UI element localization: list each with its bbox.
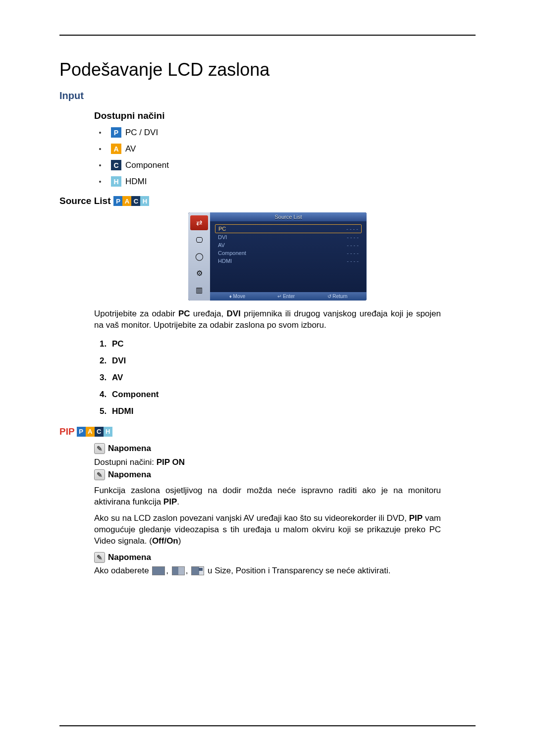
- osd-row-val: - - - -: [347, 242, 359, 248]
- note-icon: ✎: [94, 443, 105, 454]
- osd-picture-icon: 🖵: [190, 232, 208, 247]
- bullet-icon: [99, 164, 101, 166]
- layout-pip-icon: [191, 566, 204, 575]
- tag-row: P A C H: [113, 196, 149, 206]
- note-label: Napomena: [108, 470, 151, 480]
- pip-modes-line: Dostupni načini: PIP ON: [94, 457, 441, 468]
- osd-row-name: HDMI: [218, 258, 232, 264]
- pip-heading: PIP P A C H: [59, 426, 485, 437]
- osd-row-val: - - - -: [347, 258, 359, 264]
- tag-p-icon: P: [77, 427, 86, 437]
- list-item: Component: [109, 390, 485, 400]
- osd-row-dvi: DVI - - - -: [215, 233, 362, 241]
- pip-label: PIP: [59, 426, 75, 437]
- note-icon: ✎: [94, 552, 105, 563]
- tag-a-icon: A: [86, 427, 95, 437]
- tag-p-icon: P: [111, 127, 121, 138]
- section-input-heading: Input: [59, 90, 485, 101]
- note-label: Napomena: [108, 444, 151, 454]
- list-item: DVI: [109, 356, 485, 366]
- osd-row-name: PC: [218, 226, 226, 232]
- mode-label: PC / DVI: [125, 128, 158, 138]
- osd-footer: ♦ Move ↵ Enter ↺ Return: [210, 292, 367, 301]
- mode-item-hdmi: H HDMI: [99, 176, 485, 187]
- source-description: Upotrijebite za odabir PC uređaja, DVI p…: [94, 308, 441, 331]
- top-rule: [59, 35, 476, 36]
- list-item: AV: [109, 373, 485, 383]
- osd-input-icon: ⇄: [190, 215, 208, 230]
- note-row: ✎ Napomena: [94, 552, 485, 563]
- pip-description: Ako su na LCD zaslon povezani vanjski AV…: [94, 513, 441, 547]
- modes-list: P PC / DVI A AV C Component H HDMI: [99, 127, 485, 187]
- mode-item-av: A AV: [99, 144, 485, 154]
- note-label: Napomena: [108, 553, 151, 562]
- tag-row: P A C H: [77, 427, 112, 437]
- osd-row-component: Component - - - -: [215, 249, 362, 257]
- osd-row-name: AV: [218, 242, 225, 248]
- source-list-label: Source List: [59, 196, 110, 206]
- osd-move-hint: ♦ Move: [229, 294, 245, 299]
- tag-c-icon: C: [111, 160, 121, 170]
- tag-a-icon: A: [111, 144, 121, 154]
- osd-return-hint: ↺ Return: [327, 294, 348, 299]
- osd-setup-icon: ⚙: [190, 266, 208, 281]
- osd-row-av: AV - - - -: [215, 241, 362, 249]
- source-list-heading: Source List P A C H: [59, 196, 485, 206]
- page-title: Podešavanje LCD zaslona: [59, 59, 485, 80]
- bullet-icon: [99, 132, 101, 134]
- tag-h-icon: H: [111, 176, 121, 187]
- note-row: ✎ Napomena: [94, 469, 485, 480]
- tag-h-icon: H: [104, 427, 112, 437]
- mode-item-component: C Component: [99, 160, 485, 170]
- bullet-icon: [99, 148, 101, 150]
- osd-title: Source List: [210, 212, 367, 221]
- mode-label: AV: [125, 144, 136, 154]
- mode-item-pc: P PC / DVI: [99, 127, 485, 138]
- osd-screenshot: ⇄ 🖵 ◯ ⚙ ▥ Source List PC - - - - DVI - -…: [188, 212, 485, 301]
- osd-row-name: Component: [218, 250, 246, 256]
- list-item: PC: [109, 339, 485, 349]
- osd-multi-icon: ▥: [190, 283, 208, 298]
- osd-sidebar: ⇄ 🖵 ◯ ⚙ ▥: [188, 212, 210, 301]
- tag-c-icon: C: [95, 427, 104, 437]
- osd-row-name: DVI: [218, 234, 227, 240]
- osd-enter-hint: ↵ Enter: [277, 294, 295, 299]
- mode-label: HDMI: [125, 177, 147, 187]
- tag-p-icon: P: [113, 196, 122, 206]
- tag-h-icon: H: [140, 196, 149, 206]
- tag-a-icon: A: [122, 196, 131, 206]
- note-icon: ✎: [94, 469, 105, 480]
- pip-warning: Funkcija zaslona osjetljivog na dodir mo…: [94, 485, 441, 508]
- modes-heading: Dostupni načini: [94, 110, 485, 121]
- mode-label: Component: [125, 160, 169, 170]
- layout-full-icon: [152, 566, 165, 575]
- numbered-source-list: PC DVI AV Component HDMI: [109, 339, 485, 416]
- osd-row-hdmi: HDMI - - - -: [215, 257, 362, 265]
- osd-sound-icon: ◯: [190, 249, 208, 264]
- osd-row-val: - - - -: [347, 250, 359, 256]
- osd-row-pc: PC - - - -: [215, 224, 362, 233]
- bullet-icon: [99, 181, 101, 183]
- note-row: ✎ Napomena: [94, 443, 485, 454]
- size-position-line: Ako odaberete , , u Size, Position i Tra…: [94, 566, 441, 576]
- osd-row-val: - - - -: [347, 234, 359, 240]
- list-item: HDMI: [109, 406, 485, 416]
- layout-half-icon: [172, 566, 185, 575]
- osd-row-val: - - - -: [346, 226, 358, 232]
- tag-c-icon: C: [131, 196, 140, 206]
- bottom-rule: [59, 725, 476, 726]
- osd-body: PC - - - - DVI - - - - AV - - - - Compon…: [210, 221, 367, 292]
